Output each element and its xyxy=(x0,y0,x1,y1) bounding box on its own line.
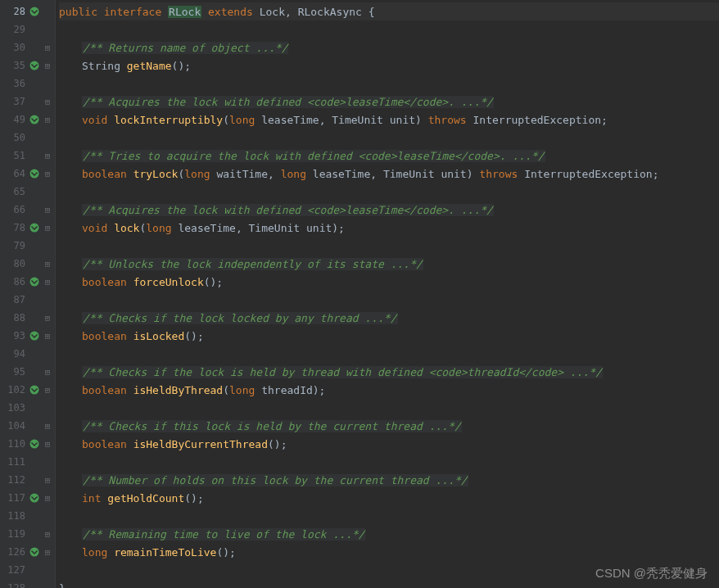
code-line[interactable]: /** Acquires the lock with defined <code… xyxy=(59,93,719,111)
code-line[interactable]: void lockInterruptibly(long leaseTime, T… xyxy=(59,111,719,129)
fold-icon[interactable]: ⊞ xyxy=(43,385,52,396)
gutter-line[interactable]: 51⊞ xyxy=(0,147,55,165)
gutter-line[interactable]: 102⊞ xyxy=(0,381,55,399)
code-line[interactable]: /** Unlocks the lock independently of it… xyxy=(59,255,719,273)
code-line[interactable] xyxy=(59,453,719,471)
code-line[interactable]: } xyxy=(59,579,719,588)
override-marker[interactable] xyxy=(29,222,40,233)
fold-icon[interactable]: ⊞ xyxy=(43,259,52,269)
override-marker[interactable] xyxy=(29,492,40,504)
fold-icon[interactable]: ⊞ xyxy=(43,169,52,179)
fold-icon[interactable]: ⊞ xyxy=(43,331,52,341)
gutter-line[interactable]: 95⊞ xyxy=(0,363,55,381)
fold-icon[interactable]: ⊞ xyxy=(43,421,52,432)
gutter-line[interactable]: 36 xyxy=(0,75,55,93)
override-marker[interactable] xyxy=(29,546,40,558)
override-marker[interactable] xyxy=(29,6,40,17)
override-marker[interactable] xyxy=(29,330,40,341)
code-line[interactable]: public interface RLock extends Lock, RLo… xyxy=(59,2,719,20)
code-line[interactable]: long remainTimeToLive(); xyxy=(59,543,719,561)
gutter-line[interactable]: 93⊞ xyxy=(0,327,55,345)
code-line[interactable]: /** Tries to acquire the lock with defin… xyxy=(59,147,719,165)
code-line[interactable]: void lock(long leaseTime, TimeUnit unit)… xyxy=(59,219,719,237)
code-line[interactable] xyxy=(59,345,719,363)
code-line[interactable] xyxy=(59,75,719,93)
gutter-line[interactable]: 112⊞ xyxy=(0,471,55,489)
gutter-line[interactable]: 119⊞ xyxy=(0,525,55,543)
override-marker[interactable] xyxy=(29,60,40,71)
gutter-line[interactable]: 128 xyxy=(0,579,55,588)
gutter[interactable]: 282930⊞35⊞3637⊞49⊞5051⊞64⊞6566⊞78⊞7980⊞8… xyxy=(0,0,56,588)
code-line[interactable]: boolean isHeldByCurrentThread(); xyxy=(59,435,719,453)
gutter-line[interactable]: 87 xyxy=(0,291,55,309)
code-line[interactable]: int getHoldCount(); xyxy=(59,489,719,507)
fold-icon[interactable]: ⊞ xyxy=(43,97,52,107)
code-editor[interactable]: 282930⊞35⊞3637⊞49⊞5051⊞64⊞6566⊞78⊞7980⊞8… xyxy=(0,0,719,588)
gutter-line[interactable]: 66⊞ xyxy=(0,201,55,219)
code-line[interactable]: /** Remaining time to live of the lock .… xyxy=(59,525,719,543)
code-line[interactable] xyxy=(59,20,719,38)
gutter-line[interactable]: 29 xyxy=(0,20,55,38)
fold-icon[interactable]: ⊞ xyxy=(43,223,52,233)
gutter-line[interactable]: 118 xyxy=(0,507,55,525)
gutter-line[interactable]: 110⊞ xyxy=(0,435,55,453)
override-marker[interactable] xyxy=(29,384,40,396)
code-line[interactable]: String getName(); xyxy=(59,57,719,75)
code-line[interactable] xyxy=(59,291,719,309)
gutter-line[interactable]: 64⊞ xyxy=(0,165,55,183)
gutter-line[interactable]: 117⊞ xyxy=(0,489,55,507)
gutter-line[interactable]: 30⊞ xyxy=(0,38,55,57)
code-line[interactable] xyxy=(59,399,719,417)
gutter-line[interactable]: 78⊞ xyxy=(0,219,55,237)
code-area[interactable]: public interface RLock extends Lock, RLo… xyxy=(56,0,719,588)
fold-icon[interactable]: ⊞ xyxy=(43,439,52,450)
gutter-line[interactable]: 37⊞ xyxy=(0,93,55,111)
fold-icon[interactable]: ⊞ xyxy=(43,475,52,486)
fold-icon[interactable]: ⊞ xyxy=(43,277,52,287)
gutter-line[interactable]: 65 xyxy=(0,183,55,201)
code-line[interactable] xyxy=(59,129,719,147)
fold-icon[interactable]: ⊞ xyxy=(43,367,52,378)
gutter-line[interactable]: 79 xyxy=(0,237,55,255)
fold-icon[interactable]: ⊞ xyxy=(43,115,52,125)
code-line[interactable]: boolean isLocked(); xyxy=(59,327,719,345)
gutter-line[interactable]: 94 xyxy=(0,345,55,363)
gutter-line[interactable]: 88⊞ xyxy=(0,309,55,327)
code-line[interactable] xyxy=(59,237,719,255)
code-line[interactable]: /** Number of holds on this lock by the … xyxy=(59,471,719,489)
code-line[interactable]: boolean isHeldByThread(long threadId); xyxy=(59,381,719,399)
code-line[interactable]: /** Acquires the lock with defined <code… xyxy=(59,201,719,219)
code-line[interactable]: /** Checks if the lock locked by any thr… xyxy=(59,309,719,327)
code-line[interactable] xyxy=(59,561,719,579)
gutter-line[interactable]: 49⊞ xyxy=(0,111,55,129)
gutter-line[interactable]: 35⊞ xyxy=(0,57,55,75)
override-marker[interactable] xyxy=(29,114,40,125)
override-marker[interactable] xyxy=(29,168,40,179)
gutter-line[interactable]: 104⊞ xyxy=(0,417,55,435)
code-line[interactable]: /** Checks if this lock is held by the c… xyxy=(59,417,719,435)
fold-icon[interactable]: ⊞ xyxy=(43,529,52,540)
gutter-line[interactable]: 28 xyxy=(0,2,55,20)
fold-icon[interactable]: ⊞ xyxy=(43,547,52,558)
code-line[interactable] xyxy=(59,183,719,201)
fold-icon[interactable]: ⊞ xyxy=(43,493,52,504)
override-marker[interactable] xyxy=(29,276,40,287)
fold-icon[interactable]: ⊞ xyxy=(43,61,52,71)
gutter-line[interactable]: 126⊞ xyxy=(0,543,55,561)
fold-icon[interactable]: ⊞ xyxy=(43,205,52,215)
gutter-line[interactable]: 127 xyxy=(0,561,55,579)
gutter-line[interactable]: 111 xyxy=(0,453,55,471)
code-line[interactable] xyxy=(59,507,719,525)
fold-icon[interactable]: ⊞ xyxy=(43,313,52,323)
code-line[interactable]: boolean tryLock(long waitTime, long leas… xyxy=(59,165,719,183)
gutter-line[interactable]: 80⊞ xyxy=(0,255,55,273)
gutter-line[interactable]: 86⊞ xyxy=(0,273,55,291)
code-line[interactable]: boolean forceUnlock(); xyxy=(59,273,719,291)
override-marker[interactable] xyxy=(29,438,40,450)
code-line[interactable]: /** Returns name of object ...*/ xyxy=(59,38,719,57)
gutter-line[interactable]: 50 xyxy=(0,129,55,147)
gutter-line[interactable]: 103 xyxy=(0,399,55,417)
code-line[interactable]: /** Checks if the lock is held by thread… xyxy=(59,363,719,381)
fold-icon[interactable]: ⊞ xyxy=(43,43,52,53)
fold-icon[interactable]: ⊞ xyxy=(43,151,52,161)
